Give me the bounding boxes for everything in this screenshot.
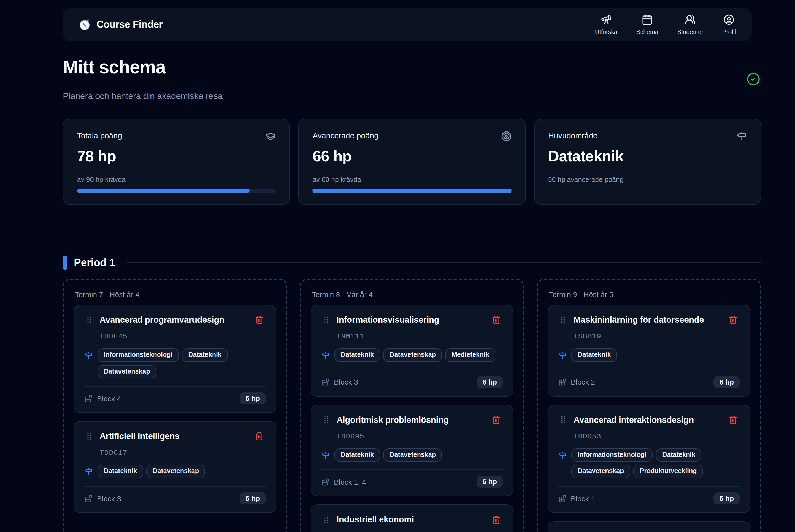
milestone-icon-wrap — [321, 351, 330, 359]
milestone-icon-wrap — [558, 451, 567, 459]
block-info: Block 2 — [558, 378, 595, 386]
block-label: Block 1, 4 — [334, 478, 366, 486]
term-column: Termin 9 - Höst år 5Maskininlärning för … — [537, 279, 761, 532]
telescope-icon — [601, 14, 612, 25]
drag-handle[interactable] — [85, 315, 94, 325]
nav-label: Schema — [636, 29, 658, 35]
nav-item-studenter[interactable]: Studenter — [677, 14, 704, 35]
remove-course-button[interactable] — [255, 316, 264, 324]
field-tag: Medieteknik — [445, 348, 495, 362]
graduation-cap-icon — [265, 131, 276, 141]
course-code: TDDC17 — [99, 449, 266, 457]
remove-course-button[interactable] — [729, 415, 738, 424]
course-title: Avancerad interaktionsdesign — [574, 414, 723, 425]
field-tag: Datateknik — [97, 465, 143, 478]
course-card[interactable]: Artificiell intelligensTDDC17DatateknikD… — [74, 421, 276, 513]
course-code: TNM111 — [336, 332, 503, 341]
nav-label: Utforska — [595, 29, 617, 35]
drag-handle[interactable] — [321, 315, 331, 325]
course-tags: DatateknikDatavetenskapMedieteknik — [321, 348, 503, 362]
remove-course-button[interactable] — [729, 316, 738, 324]
card-divider — [85, 486, 266, 487]
course-code: TSBB19 — [574, 332, 740, 341]
card-divider — [558, 369, 740, 370]
term-label: Termin 9 - Höst år 5 — [549, 290, 750, 299]
drag-handle[interactable] — [321, 415, 331, 424]
credits-badge: 6 hp — [240, 492, 266, 505]
brand[interactable]: Course Finder — [79, 19, 163, 31]
field-tag: Datateknik — [334, 449, 380, 462]
blocks-icon — [321, 478, 330, 486]
course-tags: InformationsteknologiDatateknikDataveten… — [558, 449, 740, 479]
course-card[interactable]: Algoritmisk problemlösningTDDD95Datatekn… — [311, 405, 513, 496]
period-title: Period 1 — [74, 257, 115, 269]
remove-course-button[interactable] — [492, 316, 501, 324]
stat-icon-wrap — [265, 131, 276, 141]
credits-badge: 6 hp — [240, 393, 266, 405]
trash-icon — [729, 316, 738, 324]
term-column: Termin 8 - Vår år 4Informationsvisualise… — [300, 279, 524, 532]
field-tag: Datateknik — [571, 348, 617, 362]
circle-check-icon — [746, 72, 760, 86]
credits-badge: 6 hp — [477, 476, 503, 488]
course-list: InformationsvisualiseringTNM111Datatekni… — [311, 305, 513, 532]
stat-label: Avancerade poäng — [313, 131, 378, 140]
course-card[interactable]: InformationsvisualiseringTNM111Datatekni… — [311, 305, 513, 396]
trash-icon — [492, 415, 501, 424]
brand-name: Course Finder — [96, 19, 163, 31]
milestone-icon-wrap — [558, 351, 567, 359]
user-circle-icon — [724, 14, 735, 25]
drag-handle[interactable] — [558, 415, 568, 424]
field-tag: Datavetenskap — [383, 449, 442, 462]
stat-icon-wrap — [737, 131, 747, 141]
nav-item-utforska[interactable]: Utforska — [595, 14, 617, 35]
card-divider — [85, 386, 266, 387]
nav-item-profil[interactable]: Profil — [722, 14, 736, 35]
section-divider — [63, 224, 761, 224]
course-tags: Datateknik — [558, 348, 740, 362]
field-tag: Datavetenskap — [97, 365, 156, 378]
block-info: Block 1, 4 — [321, 478, 366, 486]
course-code: TDDD95 — [336, 432, 503, 441]
target-icon — [501, 131, 512, 141]
milestone-icon — [85, 351, 93, 359]
block-label: Block 4 — [97, 395, 121, 403]
stat-value: Datateknik — [548, 148, 747, 165]
nav-label: Profil — [722, 29, 736, 35]
milestone-icon — [558, 351, 567, 359]
block-info: Block 3 — [85, 494, 121, 503]
credits-badge: 6 hp — [477, 376, 503, 388]
field-tag: Datateknik — [182, 348, 228, 362]
drag-handle[interactable] — [321, 515, 331, 525]
course-card[interactable]: Avancerad interaktionsdesignTDDD53Inform… — [548, 405, 750, 513]
stat-card-huvudomr-de: HuvudområdeDatateknik60 hp avancerade po… — [534, 119, 761, 205]
grip-vertical-icon — [85, 432, 94, 441]
course-card[interactable]: Maskininlärning för datorseendeTSBB19Dat… — [548, 305, 750, 396]
card-divider — [321, 369, 503, 370]
field-tag: Informationsteknologi — [97, 348, 179, 362]
grip-vertical-icon — [321, 415, 331, 424]
remove-course-button[interactable] — [492, 515, 501, 524]
blocks-icon — [558, 378, 567, 386]
remove-course-button[interactable] — [492, 415, 501, 424]
blocks-icon — [85, 395, 93, 403]
drag-handle[interactable] — [85, 432, 94, 441]
course-card[interactable]: Industriell ekonomiTEIE17 — [311, 505, 513, 532]
nav-item-schema[interactable]: Schema — [636, 14, 658, 35]
progress-bar — [77, 189, 276, 193]
milestone-icon-wrap — [85, 468, 93, 476]
remove-course-button[interactable] — [255, 432, 264, 441]
block-label: Block 1 — [571, 494, 595, 503]
stat-value: 78 hp — [77, 148, 276, 165]
course-card[interactable]: Avancerad projektkurs: AI och maskininlä… — [548, 521, 750, 532]
page-hero: Mitt schema Planera och hantera din akad… — [63, 56, 761, 101]
term-label: Termin 7 - Höst år 4 — [75, 290, 276, 299]
course-tags: InformationsteknologiDatateknikDataveten… — [85, 348, 266, 379]
field-tag: Produktutveckling — [633, 465, 703, 478]
course-title: Avancerad programvarudesign — [99, 314, 249, 325]
progress-fill — [77, 189, 249, 193]
drag-handle[interactable] — [558, 315, 568, 325]
blocks-icon — [558, 494, 567, 503]
field-tag: Datavetenskap — [571, 465, 630, 478]
course-card[interactable]: Avancerad programvarudesignTDDE45Informa… — [74, 305, 276, 413]
